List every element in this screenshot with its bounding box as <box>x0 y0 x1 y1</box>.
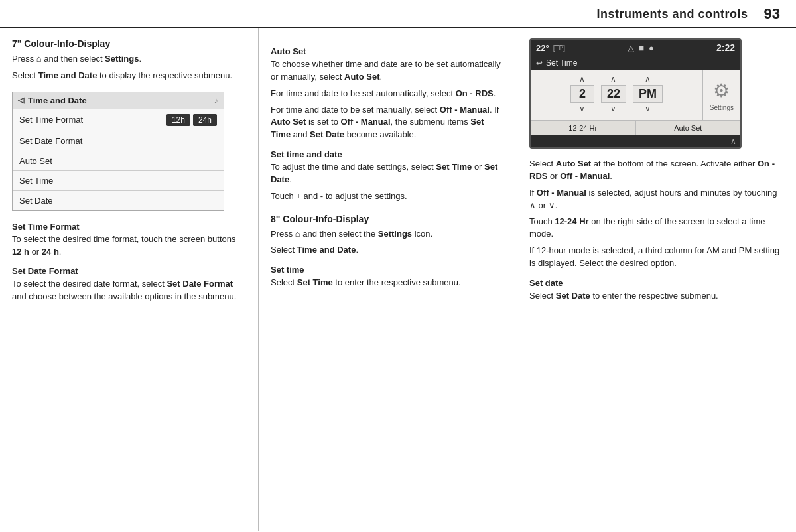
col1: 7" Colour-Info-Display Press ⌂ and then … <box>0 28 259 531</box>
colour8-heading: 8" Colour-Info-Display <box>271 214 505 224</box>
12h-bold: 12 h <box>12 247 29 257</box>
main-content: 7" Colour-Info-Display Press ⌂ and then … <box>0 28 796 531</box>
col1-select-line: Select Time and Date to display the resp… <box>12 70 246 82</box>
set-time-p1: Select Set Time to enter the respective … <box>271 277 505 289</box>
phone-icon: ● <box>649 43 654 53</box>
screen-top-left: 22° [TP] <box>536 43 565 53</box>
set-time-date-p2: Touch + and - to adjust the settings. <box>271 190 505 203</box>
back-icon: ◁ <box>18 96 24 105</box>
home-icon2: ⌂ <box>295 229 300 239</box>
col3-p4: If 12-hour mode is selected, a third col… <box>529 245 784 270</box>
set-time-date-heading: Set time and date <box>271 149 505 159</box>
hour-val: 2 <box>570 85 594 103</box>
min-val: 22 <box>601 85 626 103</box>
menu-item-label: Set Date Format <box>19 136 82 146</box>
screen-mockup: 22° [TP] △ ■ ● 2:22 ↩ Set Time <box>529 38 742 149</box>
ampm-val: PM <box>633 85 663 103</box>
screen-bottom-bar: 12-24 Hr Auto Set <box>531 120 740 135</box>
24h-bold: 24 h <box>42 247 59 257</box>
media-icon: ■ <box>639 43 644 53</box>
col3-p1: Select Auto Set at the bottom of the scr… <box>529 158 784 183</box>
menu-item-label: Auto Set <box>19 156 52 166</box>
min-up[interactable]: ∧ <box>610 74 616 84</box>
auto-set-p3: For time and date to be set manually, se… <box>271 104 505 142</box>
min-down[interactable]: ∨ <box>610 104 616 113</box>
menu-item-btns: 12h 24h <box>166 114 217 126</box>
menu-item-set-date: Set Date <box>13 191 224 210</box>
menu-item-set-date-format: Set Date Format <box>13 131 224 151</box>
menu-item-set-time-format: Set Time Format 12h 24h <box>13 109 224 131</box>
screen-right-panel: ⚙ Settings <box>703 70 740 120</box>
hour-down[interactable]: ∨ <box>579 104 585 113</box>
col1-heading: 7" Colour-Info-Display <box>12 38 246 49</box>
menu-box: ◁ Time and Date ♪ Set Time Format 12h 24… <box>12 92 224 211</box>
col3-p2: If Off - Manual is selected, adjust hour… <box>529 187 784 212</box>
nav-icon: △ <box>628 43 634 53</box>
screen-back-btn[interactable]: ↩ <box>536 58 543 68</box>
ampm-down[interactable]: ∨ <box>645 104 651 113</box>
set-date-col3-p1: Select Set Date to enter the respective … <box>529 290 784 302</box>
ampm-up[interactable]: ∧ <box>645 74 651 84</box>
menu-item-label: Set Date <box>19 196 53 206</box>
off-manual-bold3: Off - Manual <box>560 171 610 181</box>
settings-label: Settings <box>710 104 734 111</box>
off-manual-bold4: Off - Manual <box>537 188 586 198</box>
settings-gear-icon[interactable]: ⚙ <box>713 80 730 101</box>
auto-set-bold2: Auto Set <box>271 117 306 127</box>
set-date-col3-heading: Set date <box>529 278 784 288</box>
set-date-bold: Set Date <box>310 129 344 139</box>
colour8-p1: Press ⌂ and then select the Settings ico… <box>271 228 505 241</box>
auto-set-bold3: Auto Set <box>556 159 591 168</box>
off-manual-bold1: Off - Manual <box>440 105 490 115</box>
screen-temp: 22° <box>536 43 549 53</box>
auto-set-p2: For time and date to be set automaticall… <box>271 88 505 100</box>
page-number: 93 <box>764 5 780 23</box>
set-time-format-heading: Set Time Format <box>12 222 246 232</box>
hour-up[interactable]: ∧ <box>579 74 585 84</box>
screen-footer: ∧ <box>531 135 740 147</box>
screen-time: 2:22 <box>716 42 735 53</box>
time-row: ∧ 2 ∨ ∧ 22 ∨ ∧ PM <box>536 74 697 113</box>
menu-item-label: Set Time Format <box>19 115 83 125</box>
off-manual-bold2: Off - Manual <box>340 117 390 127</box>
settings-bold2: Settings <box>378 229 412 239</box>
screen-subtitle-bar: ↩ Set Time <box>531 56 740 70</box>
settings-bold: Settings <box>105 54 139 64</box>
col3-p3: Touch 12-24 Hr on the right side of the … <box>529 216 784 241</box>
time-date-bold: Time and Date <box>38 70 98 80</box>
screen-top-bar: 22° [TP] △ ■ ● 2:22 <box>531 40 740 56</box>
ampm-col: ∧ PM ∨ <box>633 74 663 113</box>
set-date-format-heading: Set Date Format <box>12 266 246 276</box>
on-rds-bold: On - RDS <box>456 88 494 98</box>
footer-arrow: ∧ <box>730 137 736 146</box>
menu-box-title-bar: ◁ Time and Date ♪ <box>13 92 224 109</box>
music-icon: ♪ <box>214 96 219 105</box>
set-time-heading: Set time <box>271 265 505 275</box>
menu-item-auto-set: Auto Set <box>13 151 224 171</box>
header-title: Instruments and controls <box>596 7 748 21</box>
menu-item-label: Set Time <box>19 176 53 186</box>
set-date-format-text: To select the desired date format, selec… <box>12 278 246 303</box>
btn-12h[interactable]: 12h <box>166 114 190 126</box>
12-24hr-bold: 12-24 Hr <box>555 216 588 226</box>
colour8-p2: Select Time and Date. <box>271 244 505 257</box>
auto-set-heading: Auto Set <box>271 46 505 56</box>
home-icon: ⌂ <box>36 54 42 64</box>
set-time-date-p1: To adjust the time and date settings, se… <box>271 161 505 186</box>
set-date-format-bold: Set Date Format <box>166 279 233 289</box>
set-time-bold2: Set Time <box>436 162 472 172</box>
screen-tp: [TP] <box>553 44 565 52</box>
screen-subtitle: Set Time <box>546 58 577 68</box>
hour-col: ∧ 2 ∨ <box>570 74 594 113</box>
min-col: ∧ 22 ∨ <box>601 74 626 113</box>
btn-12-24hr[interactable]: 12-24 Hr <box>531 121 636 135</box>
btn-24h[interactable]: 24h <box>193 114 217 126</box>
screen-body: ∧ 2 ∨ ∧ 22 ∨ ∧ PM <box>531 70 740 120</box>
btn-auto-set[interactable]: Auto Set <box>636 121 741 135</box>
auto-set-bold: Auto Set <box>344 72 379 82</box>
set-time-format-text: To select the desired time format, touch… <box>12 233 246 259</box>
page-header: Instruments and controls 93 <box>0 0 796 28</box>
screen-icons: △ ■ ● <box>628 43 654 53</box>
time-date-bold2: Time and Date <box>297 245 356 255</box>
screen-left-panel: ∧ 2 ∨ ∧ 22 ∨ ∧ PM <box>531 70 703 120</box>
